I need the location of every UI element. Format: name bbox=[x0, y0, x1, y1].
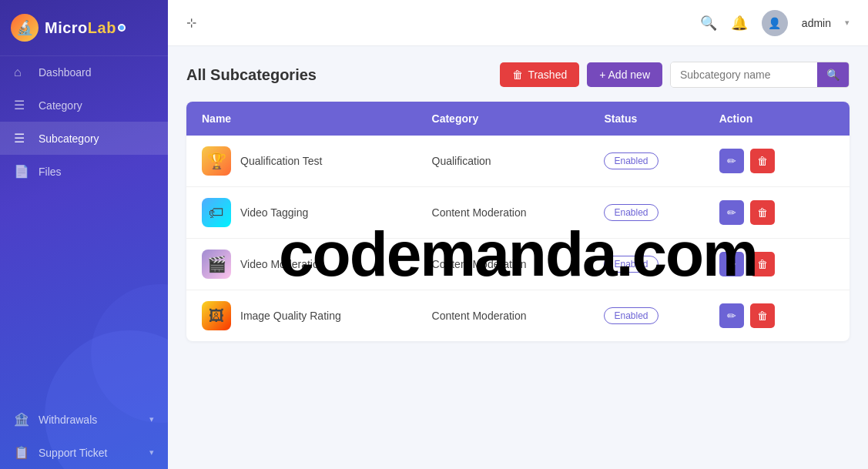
row-icon: 🎬 bbox=[202, 250, 231, 279]
logo-icon: 🔬 bbox=[11, 14, 39, 42]
row-category: Content Moderation bbox=[432, 206, 605, 219]
row-name: Qualification Test bbox=[240, 155, 322, 167]
action-cell: ✏ 🗑 bbox=[719, 303, 834, 328]
table-row: 🖼 Image Quality Rating Content Moderatio… bbox=[186, 290, 850, 341]
row-icon: 🖼 bbox=[202, 301, 231, 330]
logo-dot bbox=[118, 24, 126, 32]
delete-button[interactable]: 🗑 bbox=[750, 303, 775, 328]
row-category: Qualification bbox=[432, 155, 605, 167]
trashed-button[interactable]: 🗑 Trashed bbox=[500, 62, 579, 87]
row-status: Enabled bbox=[604, 204, 719, 221]
action-cell: ✏ 🗑 bbox=[719, 252, 834, 276]
header-actions: 🗑 Trashed + Add new 🔍 bbox=[500, 62, 850, 88]
row-name: Image Quality Rating bbox=[240, 310, 341, 322]
sidebar-item-dashboard[interactable]: ⌂ Dashboard bbox=[0, 56, 168, 89]
table-header: Name Category Status Action bbox=[186, 102, 850, 136]
topbar: ⊹ 🔍 🔔 👤 admin ▾ bbox=[168, 0, 868, 46]
row-category: Content Moderation bbox=[432, 310, 605, 322]
search-button[interactable]: 🔍 bbox=[817, 62, 849, 87]
table-row: 🎬 Video Moderation Content Moderation En… bbox=[186, 239, 850, 290]
row-name: Video Moderation bbox=[240, 258, 324, 270]
sidebar-item-files[interactable]: 📄 Files bbox=[0, 155, 168, 188]
avatar: 👤 bbox=[762, 10, 788, 36]
row-icon: 🏷 bbox=[202, 198, 231, 227]
search-btn-icon: 🔍 bbox=[826, 69, 840, 81]
page-title: All Subcategories bbox=[186, 66, 317, 84]
page-header: All Subcategories 🗑 Trashed + Add new 🔍 bbox=[186, 62, 850, 88]
edit-button[interactable]: ✏ bbox=[719, 303, 744, 328]
withdrawals-icon: 🏦 bbox=[14, 412, 29, 427]
support-ticket-arrow-icon: ▾ bbox=[149, 447, 154, 457]
status-badge: Enabled bbox=[604, 152, 658, 169]
row-icon: 🏆 bbox=[202, 146, 231, 176]
sidebar-item-support-ticket[interactable]: 📋 Support Ticket ▾ bbox=[0, 436, 168, 469]
dashboard-icon: ⌂ bbox=[14, 65, 29, 79]
table-row: 🏆 Qualification Test Qualification Enabl… bbox=[186, 136, 850, 187]
topbar-left: ⊹ bbox=[186, 15, 196, 30]
row-status: Enabled bbox=[604, 307, 719, 324]
status-badge: Enabled bbox=[604, 204, 658, 221]
delete-button[interactable]: 🗑 bbox=[750, 252, 775, 276]
status-badge: Enabled bbox=[604, 256, 658, 273]
topbar-right: 🔍 🔔 👤 admin ▾ bbox=[700, 10, 850, 36]
action-cell: ✏ 🗑 bbox=[719, 149, 834, 173]
name-cell: 🎬 Video Moderation bbox=[202, 250, 432, 279]
col-name: Name bbox=[202, 112, 432, 125]
delete-button[interactable]: 🗑 bbox=[750, 200, 775, 225]
sidebar-item-category-label: Category bbox=[39, 99, 82, 112]
sidebar-item-withdrawals-label: Withdrawals bbox=[39, 414, 97, 426]
sidebar-item-support-ticket-label: Support Ticket bbox=[39, 447, 108, 459]
admin-name: admin bbox=[802, 17, 831, 29]
row-status: Enabled bbox=[604, 256, 719, 273]
col-status: Status bbox=[604, 112, 719, 125]
sidebar-item-category[interactable]: ☰ Category bbox=[0, 89, 168, 122]
trashed-label: Trashed bbox=[528, 69, 567, 81]
sidebar: 🔬 MicroLab ⌂ Dashboard ☰ Category ☰ Subc… bbox=[0, 0, 168, 469]
search-box: 🔍 bbox=[670, 62, 850, 88]
content-area: All Subcategories 🗑 Trashed + Add new 🔍 bbox=[168, 46, 868, 469]
name-cell: 🏷 Video Tagging bbox=[202, 198, 432, 227]
add-new-button[interactable]: + Add new bbox=[587, 62, 662, 87]
edit-button[interactable]: ✏ bbox=[719, 252, 744, 276]
expand-icon[interactable]: ⊹ bbox=[186, 15, 196, 30]
action-cell: ✏ 🗑 bbox=[719, 200, 834, 225]
search-input[interactable] bbox=[671, 62, 817, 87]
sidebar-item-subcategory[interactable]: ☰ Subcategory bbox=[0, 122, 168, 155]
table-row: 🏷 Video Tagging Content Moderation Enabl… bbox=[186, 187, 850, 239]
row-name: Video Tagging bbox=[240, 206, 308, 219]
main-area: ⊹ 🔍 🔔 👤 admin ▾ All Subcategories 🗑 Tras… bbox=[168, 0, 868, 469]
name-cell: 🖼 Image Quality Rating bbox=[202, 301, 432, 330]
edit-button[interactable]: ✏ bbox=[719, 149, 744, 173]
search-icon[interactable]: 🔍 bbox=[700, 15, 717, 32]
sidebar-item-dashboard-label: Dashboard bbox=[39, 66, 92, 79]
support-ticket-icon: 📋 bbox=[14, 445, 29, 460]
row-status: Enabled bbox=[604, 152, 719, 169]
delete-button[interactable]: 🗑 bbox=[750, 149, 775, 173]
sidebar-item-withdrawals[interactable]: 🏦 Withdrawals ▾ bbox=[0, 403, 168, 436]
sidebar-item-subcategory-label: Subcategory bbox=[39, 132, 99, 145]
subcategory-icon: ☰ bbox=[14, 131, 29, 146]
logo-text: MicroLab bbox=[45, 19, 116, 37]
col-action: Action bbox=[719, 112, 834, 125]
admin-arrow-icon[interactable]: ▾ bbox=[845, 18, 850, 28]
category-icon: ☰ bbox=[14, 98, 29, 112]
status-badge: Enabled bbox=[604, 307, 658, 324]
subcategory-table: Name Category Status Action 🏆 Qualificat… bbox=[186, 102, 850, 341]
edit-button[interactable]: ✏ bbox=[719, 200, 744, 225]
withdrawals-arrow-icon: ▾ bbox=[149, 414, 154, 424]
logo-area: 🔬 MicroLab bbox=[0, 0, 168, 56]
files-icon: 📄 bbox=[14, 164, 29, 179]
row-category: Content Moderation bbox=[432, 258, 605, 270]
trash-icon: 🗑 bbox=[512, 69, 523, 81]
sidebar-item-files-label: Files bbox=[39, 166, 62, 178]
add-new-label: + Add new bbox=[599, 69, 650, 81]
bell-icon[interactable]: 🔔 bbox=[731, 15, 748, 32]
col-category: Category bbox=[432, 112, 605, 125]
name-cell: 🏆 Qualification Test bbox=[202, 146, 432, 176]
